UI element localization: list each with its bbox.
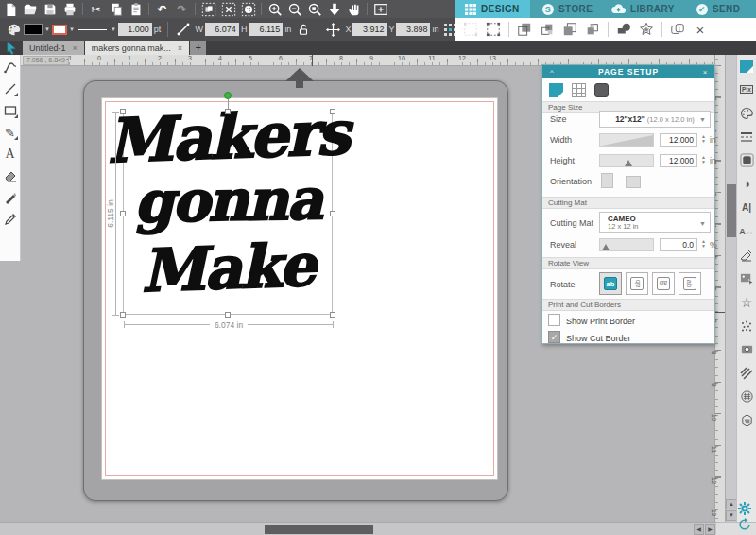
group-button[interactable] [460,20,481,39]
nav-tab-store[interactable]: S STORE [530,0,606,18]
width-input[interactable]: 6.074 [205,23,239,36]
undo-button[interactable]: ↶ [152,1,172,17]
send-to-back-button[interactable] [582,20,603,39]
offset-panel-button[interactable]: ☆ [739,294,755,310]
trace-button[interactable] [739,270,755,286]
redo-button[interactable]: ↷ [172,1,192,17]
page-size-dropdown[interactable]: 12"x12" (12.0 x 12.0 in) ▼ [599,111,711,128]
width-slider[interactable] [599,133,654,147]
nav-tab-library[interactable]: LIBRARY [606,0,681,18]
cutting-mat-dropdown[interactable]: CAMEO 12 x 12 in ▼ [599,212,711,233]
show-cut-border-checkbox[interactable]: ✓ [548,331,560,343]
copy-button[interactable] [106,1,126,17]
nav-tab-send[interactable]: ✓ SEND [680,0,756,18]
move-button[interactable] [323,22,343,38]
rhinestone-button[interactable] [739,341,755,357]
resize-handle-n[interactable] [225,109,231,114]
resize-handle-ne[interactable] [330,109,335,114]
reveal-slider[interactable] [599,238,654,251]
doc-tab-makers[interactable]: makers gonna mak... × [85,41,189,55]
vertical-scrollbar[interactable]: ▲ ▼ [725,55,736,522]
show-print-border-checkbox[interactable] [548,314,560,326]
horizontal-scrollbar-thumb[interactable] [265,525,373,534]
open-button[interactable] [20,1,40,17]
width-value-input[interactable]: 12.000 [660,133,697,147]
pan-button[interactable] [344,1,364,17]
freehand-draw-tool[interactable]: ✎ [3,125,18,140]
nav-tab-design[interactable]: DESIGN [455,0,530,18]
print-button[interactable] [60,1,79,17]
fit-to-window-button[interactable] [370,1,390,17]
text-tool[interactable]: A [3,147,18,162]
y-position-input[interactable]: 3.898 [396,23,430,36]
send-backward-button[interactable] [559,20,580,39]
refresh-button[interactable] [738,518,751,535]
weld-button[interactable] [613,20,634,39]
panel-collapse-button[interactable]: ^ [547,68,557,77]
bring-to-front-button[interactable] [514,20,535,39]
rotate-90-button[interactable]: ab [626,272,648,295]
page-setup-button[interactable] [739,58,755,74]
height-input[interactable]: 6.115 [249,23,283,36]
zoom-to-fit-button[interactable] [324,1,344,17]
offset-button[interactable] [636,20,657,39]
resize-handle-se[interactable] [330,312,335,318]
reveal-value-input[interactable]: 0.0 [660,238,697,251]
resize-handle-w[interactable] [120,211,126,216]
deselect-all-button[interactable] [218,1,238,17]
fill-color-swatch[interactable] [24,24,43,35]
shadow-effects-button[interactable]: ◑ [739,176,755,192]
color-palette-button[interactable] [4,22,24,38]
height-value-input[interactable]: 12.000 [660,154,697,167]
save-button[interactable] [40,1,60,17]
registration-marks-tab-icon[interactable] [594,83,609,97]
line-settings-button[interactable] [739,129,755,145]
new-document-button[interactable] [0,1,20,17]
reveal-spinner[interactable]: ▲▼ [699,239,708,248]
vertical-scrollbar-thumb[interactable] [727,184,736,237]
cut-button[interactable]: ✂ [86,1,106,17]
draw-curve-tool[interactable] [3,60,18,75]
delete-button[interactable]: × [690,20,711,39]
layers-button[interactable] [739,412,755,428]
resize-handle-s[interactable] [225,312,231,318]
select-tool-button[interactable] [0,41,23,55]
width-spinner[interactable]: ▲▼ [699,134,708,143]
fill-pattern-button[interactable] [739,365,755,381]
paste-button[interactable] [126,1,146,17]
line-color-dropdown-caret[interactable]: ▼ [69,26,75,32]
resize-handle-sw[interactable] [120,312,126,318]
preferences-button[interactable] [737,501,752,520]
landscape-orientation-icon[interactable] [626,176,641,188]
modify-button[interactable] [667,20,688,39]
text-style-button[interactable]: A| [739,199,755,216]
page-setup-tab-icon[interactable] [549,83,563,97]
selected-design[interactable]: Makers gonna Make 6.115 in 6.074 in [123,112,333,315]
line-segment-button[interactable] [173,22,193,38]
pixscan-button[interactable]: Pix [739,81,755,97]
eraser-tool[interactable] [3,168,18,183]
close-tab-icon[interactable]: × [73,43,77,53]
line-style-dropdown-caret[interactable]: ▼ [111,26,116,32]
lock-aspect-button[interactable] [293,22,313,38]
rotation-handle[interactable] [224,92,232,99]
x-position-input[interactable]: 3.912 [352,23,387,36]
resize-handle-nw[interactable] [120,109,126,114]
line-color-swatch[interactable] [52,25,67,35]
zoom-out-button[interactable] [284,1,304,17]
draw-line-tool[interactable] [3,81,18,96]
height-slider[interactable] [599,154,654,167]
stroke-width-input[interactable]: 1.000 [118,23,152,36]
weed-settings-button[interactable] [739,388,755,405]
ungroup-button[interactable] [483,20,504,39]
rotate-270-button[interactable]: ab [679,272,701,295]
scroll-right-button[interactable]: ▶ [705,524,715,535]
select-all-button[interactable] [198,1,218,17]
rotate-180-button[interactable]: ab [652,272,675,295]
eyedropper-tool[interactable] [3,212,18,227]
rotate-0-button[interactable]: ab [599,272,622,295]
fill-dropdown-caret[interactable]: ▼ [44,26,50,32]
select-by-color-button[interactable] [238,1,258,17]
bring-forward-button[interactable] [537,20,558,39]
knife-tool[interactable] [3,190,18,205]
